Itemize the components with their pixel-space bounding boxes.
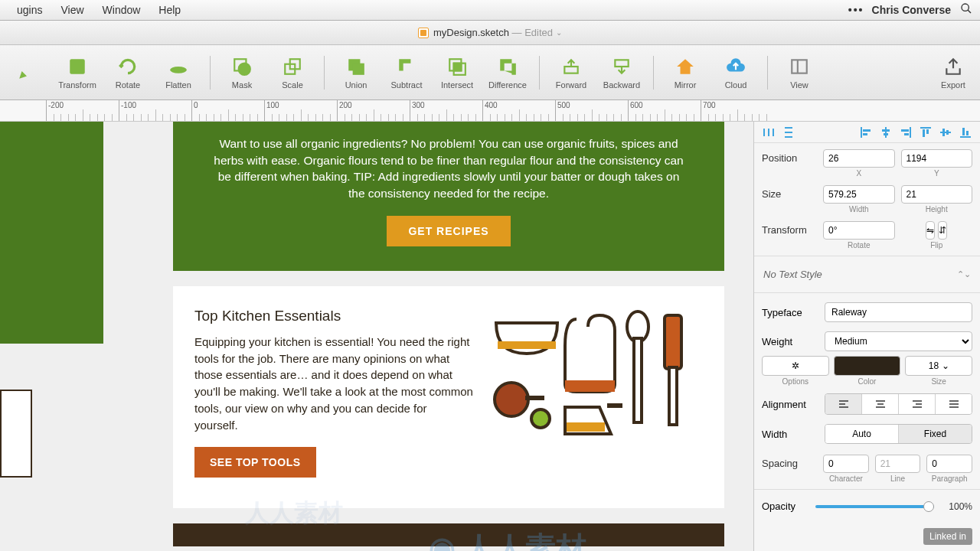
text-style-selector[interactable]: No Text Style ⌃⌄ [754, 261, 980, 288]
flip-v-button[interactable]: ⇵ [938, 221, 947, 240]
svg-rect-38 [885, 127, 887, 138]
rotate-input[interactable] [823, 221, 895, 240]
svg-rect-50 [960, 136, 971, 138]
text-color-swatch[interactable] [834, 356, 901, 376]
document-edited-status: — Edited [509, 27, 553, 38]
align-center-h-icon[interactable] [877, 125, 894, 140]
typeface-select[interactable] [825, 302, 972, 322]
size-label: Size [762, 185, 817, 200]
menu-window[interactable]: Window [93, 4, 150, 16]
footer-bar[interactable] [173, 523, 724, 546]
menu-view[interactable]: View [51, 4, 93, 16]
scale-tool[interactable]: Scale [272, 56, 313, 90]
kitchen-tools-illustration[interactable] [488, 308, 703, 445]
position-x-input[interactable] [823, 149, 895, 168]
canvas[interactable]: Want to use all organic ingredients? No … [0, 122, 753, 551]
text-align-justify-button[interactable] [936, 394, 972, 414]
section-body-text[interactable]: Equipping your kitchen is essential! You… [194, 334, 473, 434]
svg-rect-31 [773, 129, 774, 136]
inspector-align-row [754, 122, 980, 143]
edit-tool[interactable] [6, 56, 47, 90]
artboard-fragment-box[interactable] [0, 390, 32, 478]
svg-rect-48 [942, 129, 945, 136]
view-tool[interactable]: View [779, 56, 820, 90]
svg-rect-16 [792, 60, 807, 73]
transform-tool[interactable]: Transform [57, 56, 98, 90]
overflow-icon[interactable]: ••• [848, 4, 864, 16]
titlebar-chevron-icon[interactable]: ⌄ [556, 28, 562, 37]
mirror-tool[interactable]: Mirror [665, 56, 706, 90]
artboard-fragment-green[interactable] [0, 122, 103, 344]
alignment-label: Alignment [762, 399, 817, 410]
backward-tool[interactable]: Backward [601, 56, 642, 90]
svg-rect-44 [920, 127, 931, 129]
weight-select[interactable]: Medium [825, 331, 972, 351]
svg-rect-14 [615, 60, 628, 67]
artboard-main[interactable]: Want to use all organic ingredients? No … [173, 122, 724, 546]
text-options-button[interactable]: ✲ [762, 356, 829, 376]
spotlight-search-icon[interactable] [960, 2, 972, 18]
intersect-tool[interactable]: Intersect [436, 56, 478, 90]
hero-body-text[interactable]: Want to use all organic ingredients? No … [211, 135, 686, 202]
document-filename[interactable]: myDesign.sketch [433, 27, 509, 38]
svg-point-24 [495, 383, 528, 416]
align-top-icon[interactable] [917, 125, 934, 140]
svg-rect-34 [785, 136, 792, 138]
svg-rect-23 [669, 367, 677, 425]
opacity-slider[interactable] [815, 505, 934, 508]
mask-tool[interactable]: Mask [221, 56, 263, 90]
window-titlebar: myDesign.sketch — Edited ⌄ [0, 21, 980, 45]
distribute-h-icon[interactable] [760, 125, 777, 140]
text-align-left-button[interactable] [825, 394, 862, 414]
svg-rect-12 [454, 63, 462, 70]
get-recipes-button[interactable]: GET RECIPES [387, 216, 510, 246]
svg-rect-42 [901, 129, 909, 132]
weight-label: Weight [762, 336, 817, 347]
svg-rect-45 [923, 129, 925, 137]
menu-plugins[interactable]: ugins [8, 4, 51, 16]
hero-section[interactable]: Want to use all organic ingredients? No … [173, 122, 724, 271]
svg-rect-13 [564, 67, 577, 73]
opacity-label: Opacity [762, 500, 808, 512]
system-menubar: ugins View Window Help ••• Chris Convers… [0, 0, 980, 21]
svg-rect-19 [565, 380, 615, 392]
union-tool[interactable]: Union [335, 56, 377, 90]
text-align-right-button[interactable] [899, 394, 936, 414]
section-heading[interactable]: Top Kitchen Essentials [194, 308, 473, 324]
flip-h-button[interactable]: ⇋ [926, 221, 935, 240]
text-align-center-button[interactable] [862, 394, 899, 414]
align-left-icon[interactable] [858, 125, 874, 140]
size-width-input[interactable] [823, 185, 895, 204]
svg-rect-33 [785, 132, 792, 133]
subtract-tool[interactable]: Subtract [386, 56, 427, 90]
essentials-section[interactable]: Top Kitchen Essentials Equipping your ki… [173, 286, 724, 509]
size-height-input[interactable] [901, 185, 973, 204]
export-tool[interactable]: Export [933, 56, 974, 90]
rotate-tool[interactable]: Rotate [107, 56, 149, 90]
flatten-tool[interactable]: Flatten [158, 56, 199, 90]
svg-rect-28 [607, 403, 622, 408]
line-spacing-input[interactable] [875, 455, 921, 473]
position-y-input[interactable] [901, 149, 973, 168]
width-fixed-button[interactable]: Fixed [899, 425, 972, 443]
svg-rect-37 [863, 133, 867, 135]
width-auto-button[interactable]: Auto [825, 425, 899, 443]
inspector-panel: Position X Y Size Width Height Transform… [753, 122, 980, 551]
forward-tool[interactable]: Forward [550, 56, 592, 90]
character-spacing-input[interactable] [823, 455, 869, 473]
distribute-v-icon[interactable] [780, 125, 797, 140]
text-width-label: Width [762, 429, 817, 440]
svg-rect-2 [70, 59, 85, 74]
align-center-v-icon[interactable] [937, 125, 954, 140]
difference-tool[interactable]: Difference [487, 56, 528, 90]
linkedin-badge: Linked in [923, 528, 972, 545]
align-right-icon[interactable] [897, 125, 914, 140]
document-icon [418, 28, 429, 38]
paragraph-spacing-input[interactable] [926, 455, 972, 473]
align-bottom-icon[interactable] [957, 125, 974, 140]
menu-help[interactable]: Help [149, 4, 190, 16]
cloud-tool[interactable]: Cloud [715, 56, 756, 90]
see-top-tools-button[interactable]: SEE TOP TOOLS [194, 447, 316, 478]
font-size-input[interactable]: 18 ⌄ [905, 356, 972, 376]
updown-icon: ⌃⌄ [957, 269, 971, 279]
